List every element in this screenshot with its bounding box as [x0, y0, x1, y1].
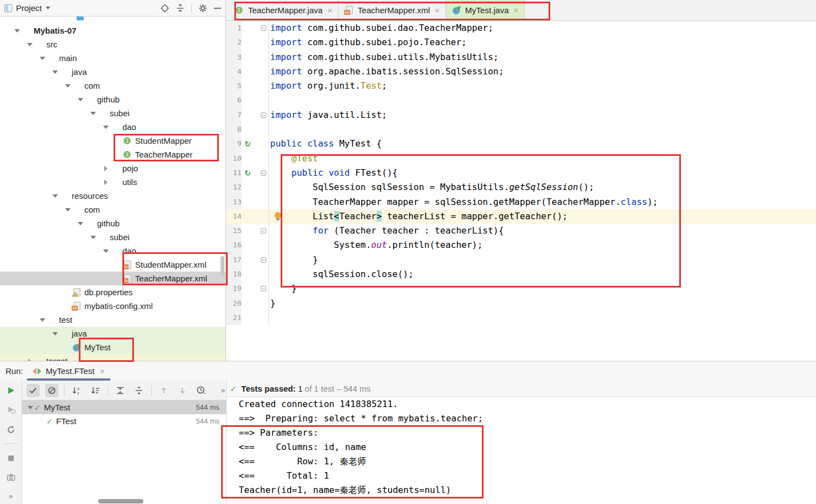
- run-test-gutter-icon[interactable]: ↻: [241, 137, 254, 151]
- code-line-21[interactable]: 21: [226, 311, 816, 325]
- tree-item-pojo[interactable]: pojo: [0, 161, 226, 175]
- test-row-ftest[interactable]: ✓FTest544 ms: [22, 414, 226, 428]
- code-line-18[interactable]: 18 sqlSession.close();: [226, 267, 816, 281]
- previous-failed-test-button[interactable]: [157, 384, 170, 397]
- run-tab[interactable]: MyTest.FTest ×: [27, 361, 110, 381]
- expanded-arrow-icon[interactable]: [77, 96, 84, 104]
- code-line-16[interactable]: 16 System.out.println(teacher);: [226, 238, 816, 252]
- tree-item-resources[interactable]: resources: [0, 189, 226, 203]
- fold-marker-icon[interactable]: −: [261, 25, 266, 31]
- expanded-arrow-icon[interactable]: [102, 123, 110, 131]
- code-line-5[interactable]: 5import org.junit.Test;: [226, 79, 816, 93]
- thread-dump-button[interactable]: [4, 473, 18, 483]
- code-line-19[interactable]: 19− }: [226, 281, 816, 296]
- tree-item-mytest[interactable]: MyTest: [0, 340, 226, 354]
- fold-marker-slot[interactable]: −: [254, 166, 269, 180]
- code-line-13[interactable]: 13 TeacherMapper mapper = sqlSession.get…: [226, 195, 816, 209]
- code-line-8[interactable]: 8: [226, 122, 816, 137]
- fold-marker-icon[interactable]: −: [261, 112, 266, 118]
- code-line-12[interactable]: 12 SqlSession sqlSession = MybatisUtils.…: [226, 180, 816, 194]
- toolbar-more-icon[interactable]: »: [221, 386, 225, 394]
- expanded-arrow-icon[interactable]: [39, 55, 46, 62]
- expanded-arrow-icon[interactable]: [51, 330, 59, 338]
- fold-marker-icon[interactable]: −: [261, 170, 266, 176]
- tree-item-utils[interactable]: utils: [0, 175, 226, 189]
- code-line-7[interactable]: 7−import java.util.List;: [226, 108, 816, 122]
- tree-item-db-properties[interactable]: db.properties: [0, 285, 226, 299]
- test-history-button[interactable]: [195, 384, 208, 397]
- collapse-all-icon[interactable]: [176, 4, 185, 13]
- editor-tab-mytest-java[interactable]: MyTest.java×: [446, 0, 525, 20]
- expanded-arrow-icon[interactable]: [89, 234, 97, 241]
- tree-item-src[interactable]: src: [0, 37, 226, 51]
- tree-item-main[interactable]: main: [0, 51, 226, 65]
- tree-item-teachermapper-xml[interactable]: TeacherMapper.xml: [0, 272, 226, 285]
- code-line-9[interactable]: 9↻public class MyTest {: [226, 137, 816, 151]
- close-icon[interactable]: ×: [100, 367, 105, 375]
- fold-marker-slot[interactable]: −: [254, 224, 269, 238]
- next-failed-test-button[interactable]: [176, 384, 189, 397]
- expanded-arrow-icon[interactable]: [51, 192, 59, 200]
- test-row-mytest[interactable]: ✓MyTest544 ms: [22, 400, 226, 414]
- console-output[interactable]: Created connection 1418385211.==> Prepar…: [227, 397, 816, 504]
- tree-item-com[interactable]: com: [0, 203, 226, 216]
- tree-item-target[interactable]: target: [0, 354, 226, 361]
- code-editor[interactable]: 1−import com.github.subei.dao.TeacherMap…: [226, 21, 816, 361]
- code-line-3[interactable]: 3import com.github.subei.utils.MybatisUt…: [226, 50, 816, 64]
- rerun-icon[interactable]: ↻: [244, 169, 251, 177]
- collapsed-arrow-icon[interactable]: [102, 178, 110, 186]
- locate-file-icon[interactable]: [160, 4, 169, 13]
- code-line-17[interactable]: 17− }: [226, 253, 816, 267]
- project-scrollbar[interactable]: [221, 256, 224, 276]
- chevron-down-icon[interactable]: [46, 7, 50, 9]
- editor-tab-teachermapper-xml[interactable]: TeacherMapper.xml×: [339, 0, 446, 20]
- tree-item-mybatis-07[interactable]: Mybatis-07: [0, 24, 226, 37]
- tree-item-studentmapper-xml[interactable]: StudentMapper.xml: [0, 258, 226, 272]
- code-line-4[interactable]: 4import org.apache.ibatis.session.SqlSes…: [226, 64, 816, 79]
- run-test-gutter-icon[interactable]: ↻: [241, 166, 254, 180]
- hide-panel-icon[interactable]: [214, 8, 221, 9]
- collapsed-arrow-icon[interactable]: [102, 165, 110, 172]
- close-tab-icon[interactable]: ×: [435, 6, 440, 14]
- rerun-button[interactable]: [4, 385, 18, 395]
- tree-item-dao[interactable]: dao: [0, 244, 226, 258]
- expanded-arrow-icon[interactable]: [102, 247, 110, 255]
- tree-item-teachermapper[interactable]: TeacherMapper: [0, 148, 226, 161]
- code-line-6[interactable]: 6: [226, 93, 816, 107]
- tree-item-subei[interactable]: subei: [0, 230, 226, 244]
- tree-item-mybatis-config-xml[interactable]: mybatis-config.xml: [0, 299, 226, 313]
- gear-icon[interactable]: [198, 4, 207, 13]
- expanded-arrow-icon[interactable]: [26, 41, 34, 48]
- tree-item-github[interactable]: github: [0, 93, 226, 106]
- fold-marker-icon[interactable]: −: [261, 257, 266, 263]
- expanded-arrow-icon[interactable]: [64, 82, 72, 90]
- fold-marker-slot[interactable]: −: [254, 108, 269, 122]
- fold-marker-slot[interactable]: −: [254, 281, 269, 296]
- close-tab-icon[interactable]: ×: [514, 6, 519, 14]
- tree-item-github[interactable]: github: [0, 216, 226, 230]
- code-line-1[interactable]: 1−import com.github.subei.dao.TeacherMap…: [226, 21, 816, 35]
- expand-all-button[interactable]: [114, 384, 127, 397]
- expanded-arrow-icon[interactable]: [13, 27, 21, 35]
- expanded-arrow-icon[interactable]: [64, 206, 72, 214]
- fold-marker-slot[interactable]: −: [254, 253, 269, 267]
- sort-by-duration-button[interactable]: [89, 384, 102, 397]
- more-options-icon[interactable]: »: [9, 492, 13, 500]
- code-line-10[interactable]: 10 @Test: [226, 151, 816, 166]
- horizontal-scrollbar[interactable]: [98, 499, 143, 503]
- code-line-2[interactable]: 2import com.github.subei.pojo.Teacher;: [226, 35, 816, 50]
- expanded-arrow-icon[interactable]: [77, 220, 84, 227]
- editor-tab-teachermapper-java[interactable]: TeacherMapper.java×: [229, 0, 339, 20]
- fold-marker-icon[interactable]: −: [261, 228, 266, 234]
- rerun-icon[interactable]: ↻: [244, 139, 251, 148]
- tree-item-dao[interactable]: dao: [0, 120, 226, 134]
- expanded-arrow-icon[interactable]: [39, 316, 46, 324]
- tree-item-java[interactable]: java: [0, 327, 226, 340]
- code-line-20[interactable]: 20}: [226, 296, 816, 311]
- toggle-auto-test-button[interactable]: [4, 424, 18, 435]
- tree-item-studentmapper[interactable]: StudentMapper: [0, 134, 226, 148]
- tree-item-subei[interactable]: subei: [0, 106, 226, 120]
- show-ignored-button[interactable]: [45, 384, 58, 397]
- expanded-arrow-icon[interactable]: [51, 68, 59, 76]
- collapse-all-button[interactable]: [132, 384, 146, 397]
